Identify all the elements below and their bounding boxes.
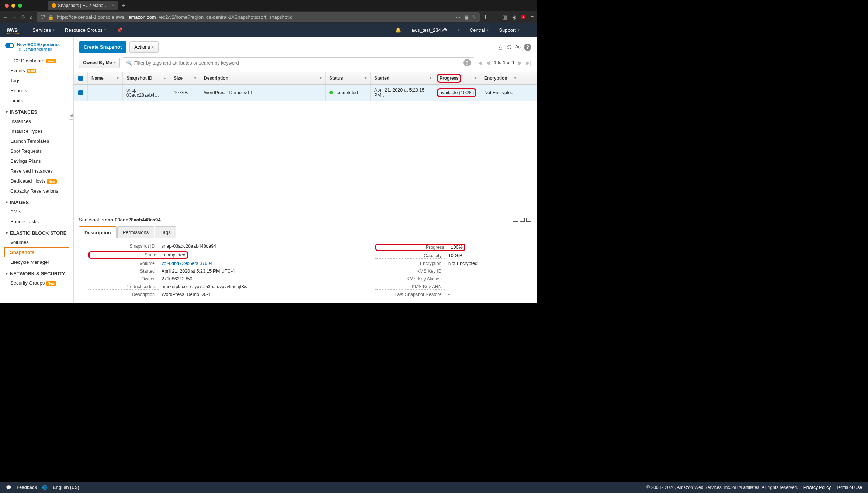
v-owner: 271086213850 — [162, 276, 192, 282]
page-actions-icon[interactable]: ⋯ — [456, 14, 461, 20]
url-bar[interactable]: 🛡 🔒 https://ca-central-1.console.aws.ama… — [37, 12, 480, 22]
v-volume[interactable]: vol-0dbd729b5ed637604 — [162, 261, 212, 266]
maximize-window-icon[interactable] — [18, 4, 22, 8]
support-menu[interactable]: Support▾ — [499, 27, 520, 33]
page-prev-icon[interactable]: ◀ — [486, 60, 490, 66]
sidebar-ec2-dashboard[interactable]: EC2 DashboardNew — [0, 56, 73, 66]
back-button[interactable]: ← — [3, 14, 8, 20]
menu-icon[interactable]: ≡ — [531, 14, 534, 20]
collapse-sidebar-icon[interactable]: ◀ — [69, 111, 74, 120]
tab-permissions[interactable]: Permissions — [117, 226, 154, 238]
notifications-icon[interactable]: 🔔 — [395, 27, 401, 33]
sidebar-events[interactable]: EventsNew — [0, 66, 73, 76]
sidebar-reports[interactable]: Reports — [0, 86, 73, 96]
create-snapshot-button[interactable]: Create Snapshot — [79, 41, 126, 53]
k-kms-key-arn: KMS Key ARN — [375, 284, 445, 290]
col-name[interactable]: Name▾ — [88, 72, 123, 84]
sidebar-dedicated-hosts[interactable]: Dedicated HostsNew — [0, 176, 73, 186]
tab-tags[interactable]: Tags — [155, 226, 176, 238]
page-next-icon[interactable]: ▶ — [518, 60, 522, 66]
v-capacity: 10 GiB — [448, 253, 462, 259]
sidebar-spot-requests[interactable]: Spot Requests — [0, 146, 73, 156]
actions-menu-button[interactable]: Actions▾ — [129, 41, 159, 53]
help-icon[interactable]: ? — [524, 44, 531, 51]
settings-gear-icon[interactable] — [515, 44, 521, 50]
tab-description[interactable]: Description — [79, 226, 117, 238]
sidebar-bundle-tasks[interactable]: Bundle Tasks — [0, 217, 73, 227]
select-all-checkbox[interactable] — [78, 76, 83, 81]
sidebar-security-groups[interactable]: Security GroupsNew — [0, 278, 73, 288]
resource-groups-menu[interactable]: Resource Groups▾ — [65, 27, 106, 33]
ownership-filter-dropdown[interactable]: Owned By Me▾ — [79, 58, 120, 68]
sidebar-lifecycle-manager[interactable]: Lifecycle Manager — [0, 257, 73, 267]
downloads-icon[interactable]: ⬇ — [483, 14, 487, 20]
sidebar-images-header[interactable]: IMAGES — [0, 196, 73, 207]
col-description[interactable]: Description▾ — [200, 72, 326, 84]
sidebar-snapshots[interactable]: Snapshots — [4, 247, 69, 257]
toggle-switch-icon[interactable] — [5, 43, 14, 48]
extension-badge-icon[interactable]: 4 — [521, 15, 525, 19]
sidebar-icon[interactable]: ▥ — [503, 14, 507, 20]
detail-title-prefix: Snapshot: — [79, 217, 101, 223]
panel-layout-icons[interactable] — [513, 218, 531, 222]
page-first-icon[interactable]: |◀ — [477, 60, 483, 66]
close-window-icon[interactable] — [5, 4, 9, 8]
row-checkbox[interactable] — [78, 90, 83, 95]
aws-favicon-icon — [52, 3, 56, 8]
account-caret[interactable]: ▾ — [458, 28, 459, 32]
home-button[interactable]: ⌂ — [30, 14, 33, 20]
k-snapshot-id: Snapshot ID — [88, 244, 159, 249]
sidebar-reserved-instances[interactable]: Reserved Instances — [0, 166, 73, 176]
reload-button[interactable]: ⟳ — [21, 14, 25, 20]
sidebar-ebs-header[interactable]: ELASTIC BLOCK STORE — [0, 227, 73, 237]
cell-progress: available (100%) — [435, 85, 480, 101]
page-last-icon[interactable]: ▶| — [526, 60, 531, 66]
sidebar-savings-plans[interactable]: Savings Plans — [0, 156, 73, 166]
account-menu[interactable]: aws_test_234 @ — [412, 27, 447, 33]
sidebar-launch-templates[interactable]: Launch Templates — [0, 136, 73, 146]
cell-size: 10 GiB — [170, 85, 200, 101]
account-icon[interactable]: ◉ — [512, 14, 516, 20]
library-icon[interactable]: ⫼ — [493, 14, 497, 20]
sidebar-instances-header[interactable]: INSTANCES — [0, 106, 73, 116]
sidebar-volumes[interactable]: Volumes — [0, 237, 73, 247]
experiments-icon[interactable] — [497, 44, 503, 50]
search-input[interactable] — [134, 60, 461, 66]
svg-point-0 — [517, 46, 519, 48]
address-bar: ← → ⟳ ⌂ 🛡 🔒 https://ca-central-1.console… — [0, 11, 537, 23]
col-snapshot-id[interactable]: Snapshot ID▴ — [123, 72, 170, 84]
col-status[interactable]: Status▾ — [326, 72, 371, 84]
pin-icon[interactable]: 📌 — [117, 27, 122, 33]
new-experience-subtitle[interactable]: Tell us what you think — [17, 47, 61, 51]
col-encryption[interactable]: Encryption▾ — [480, 72, 520, 84]
k-progress: Progress — [378, 245, 448, 250]
col-progress[interactable]: Progress▾ — [435, 72, 480, 84]
refresh-icon[interactable] — [506, 44, 512, 50]
sidebar-limits[interactable]: Limits — [0, 96, 73, 106]
browser-tab[interactable]: Snapshots | EC2 Management C × — [48, 1, 118, 10]
close-tab-icon[interactable]: × — [112, 3, 114, 8]
v-status: completed — [164, 252, 185, 258]
new-experience-toggle[interactable]: New EC2 Experience Tell us what you thin… — [0, 41, 73, 56]
bookmark-star-icon[interactable]: ☆ — [472, 14, 476, 20]
reader-icon[interactable]: ▣ — [464, 14, 469, 20]
sidebar-amis[interactable]: AMIs — [0, 207, 73, 217]
sidebar-tags[interactable]: Tags — [0, 76, 73, 86]
aws-logo[interactable]: aws — [7, 27, 18, 33]
k-kms-key-aliases: KMS Key Aliases — [375, 276, 445, 282]
table-row[interactable]: snap-03adc28aab4… 10 GiB WordPress_Demo_… — [74, 85, 537, 101]
col-started[interactable]: Started▾ — [371, 72, 435, 84]
search-box[interactable]: 🔍 ? — [123, 57, 474, 68]
region-menu[interactable]: Central▾ — [470, 27, 489, 33]
services-menu[interactable]: Services▾ — [32, 27, 55, 33]
filter-help-icon[interactable]: ? — [463, 59, 471, 66]
minimize-window-icon[interactable] — [11, 4, 15, 8]
sidebar-instances[interactable]: Instances — [0, 116, 73, 126]
sidebar-instance-types[interactable]: Instance Types — [0, 126, 73, 136]
sidebar-network-security-header[interactable]: NETWORK & SECURITY — [0, 267, 73, 278]
sidebar-capacity-reservations[interactable]: Capacity Reservations — [0, 186, 73, 196]
k-owner: Owner — [88, 276, 159, 282]
col-size[interactable]: Size▾ — [170, 72, 200, 84]
new-tab-button[interactable]: + — [122, 2, 126, 10]
v-product-codes: marketplace: 7eyp7o9i35afqvpvvh5gujt8w — [162, 284, 247, 290]
